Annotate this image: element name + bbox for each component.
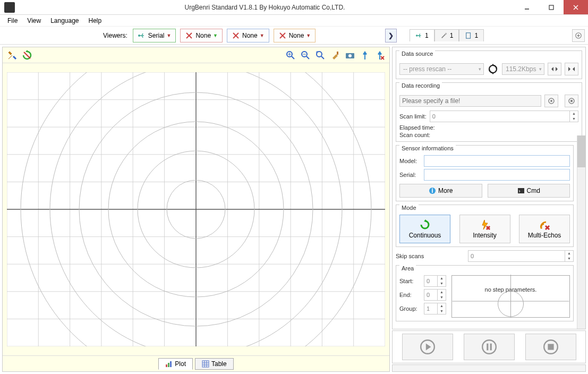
play-button[interactable] [402,334,453,360]
magic-wand-icon [440,32,448,39]
info-icon: i [429,187,436,194]
model-input[interactable] [424,155,570,167]
pause-button[interactable] [464,334,515,360]
minimize-button[interactable] [515,0,539,14]
x-icon [278,31,287,40]
menu-view[interactable]: View [23,16,45,26]
elapsed-time-label: Elapsed time: [399,124,578,131]
recording-file-input[interactable] [399,95,541,107]
svg-rect-67 [170,361,172,367]
svg-point-12 [445,33,447,35]
viewers-label: Viewers: [103,32,127,39]
x-icon [185,31,193,40]
connect-button[interactable] [548,63,561,75]
terminal-icon [517,187,525,194]
mode-intensity-button[interactable]: Intensity [459,215,510,243]
svg-line-23 [306,56,309,59]
zoom-fit-icon[interactable] [315,50,326,61]
usb-icon [138,31,146,40]
brush-icon[interactable] [330,50,340,61]
chart-icon [165,360,173,368]
section-data-source: Data source -- press rescan -- 115.2Kbps [396,50,582,79]
wifi-icon [539,219,550,231]
section-data-recording: Data recording Scan limit: 0▲▼ Elapsed t… [396,82,582,142]
zoom-out-icon[interactable] [300,50,311,61]
control-panel: Data source -- press rescan -- 115.2Kbps… [392,47,586,329]
playback-controls [392,330,586,363]
area-start-spin[interactable]: 0▲▼ [424,275,446,287]
data-source-select[interactable]: -- press rescan -- [399,63,484,75]
svg-point-25 [317,52,322,57]
viewer-none-1-button[interactable]: None ▼ [180,29,223,42]
svg-rect-13 [466,33,471,39]
section-mode: Mode Continuous Intensity Multi-Echos [396,205,574,247]
svg-rect-27 [337,52,338,55]
mode-continuous-button[interactable]: Continuous [399,215,450,243]
conn-tab-1[interactable]: 1 [410,29,434,41]
scan-limit-label: Scan limit: [399,113,427,120]
svg-line-19 [292,56,294,59]
rescan-icon[interactable] [487,63,499,75]
record-stop-button[interactable] [565,95,578,107]
area-group-spin[interactable]: 1▲▼ [424,303,446,314]
menu-file[interactable]: File [3,16,22,26]
menu-language[interactable]: Language [46,16,83,26]
bolt-icon [479,219,491,231]
svg-point-82 [540,227,542,229]
scan-limit-spin[interactable]: 0▲▼ [430,110,578,122]
svg-point-89 [482,340,496,354]
playback-scrollbar[interactable] [392,364,586,372]
usb-icon [415,32,423,39]
menu-help[interactable]: Help [84,16,106,26]
conn-tab-3[interactable]: 1 [459,29,484,41]
zoom-in-icon[interactable] [285,50,296,61]
close-button[interactable] [564,0,588,14]
svg-point-29 [348,54,352,57]
more-button[interactable]: i More [399,184,482,198]
tab-table[interactable]: Table [195,358,234,370]
serial-input[interactable] [424,169,570,181]
plot-area[interactable] [3,63,389,355]
table-icon [202,360,209,368]
settings-tools-icon[interactable] [7,50,18,61]
refresh-icon [419,219,431,231]
refresh-green-icon[interactable] [22,50,32,61]
pin-remove-icon[interactable] [374,50,385,61]
section-sensor-info: Sensor informations Model: Serial: i Mor… [396,145,574,201]
toolbar-next-button[interactable]: ❯ [385,29,397,42]
area-preview: no step parameters. [451,275,570,318]
conn-tab-2[interactable]: 1 [434,29,459,41]
cmd-button[interactable]: Cmd [488,184,570,198]
pin-blue-icon[interactable] [360,50,370,61]
app-icon [4,2,15,13]
svg-rect-91 [490,344,491,351]
skip-scans-spin[interactable]: 0▲▼ [468,250,574,262]
viewer-panel: Plot Table [2,47,390,372]
panel-scrollbar[interactable] [577,135,585,329]
baud-select[interactable]: 115.2Kbps [502,63,544,75]
x-icon [232,31,240,40]
area-end-spin[interactable]: 0▲▼ [424,289,446,301]
mode-multiecho-button[interactable]: Multi-Echos [519,215,570,243]
svg-rect-1 [549,5,553,10]
section-area: Area Start:0▲▼ End:0▲▼ Group:1▲▼ no step… [396,265,574,321]
add-tab-button[interactable] [572,29,585,42]
camera-icon[interactable] [345,50,355,61]
svg-rect-65 [166,364,167,367]
maximize-button[interactable] [539,0,564,14]
viewer-none-2-button[interactable]: None ▼ [227,29,269,42]
record-button[interactable] [544,95,558,107]
svg-point-74 [550,100,552,102]
svg-rect-66 [168,363,169,367]
viewer-serial-button[interactable]: Serial ▼ [133,29,176,42]
stop-button[interactable] [525,334,576,360]
scan-count-label: Scan count: [399,132,578,138]
polar-plot [7,72,385,346]
svg-rect-90 [487,344,488,351]
tab-plot[interactable]: Plot [158,358,193,370]
viewer-none-3-button[interactable]: None ▼ [274,29,316,42]
svg-rect-93 [548,344,553,350]
svg-text:i: i [431,187,433,194]
disconnect-button[interactable] [565,63,578,75]
svg-rect-79 [518,188,524,193]
